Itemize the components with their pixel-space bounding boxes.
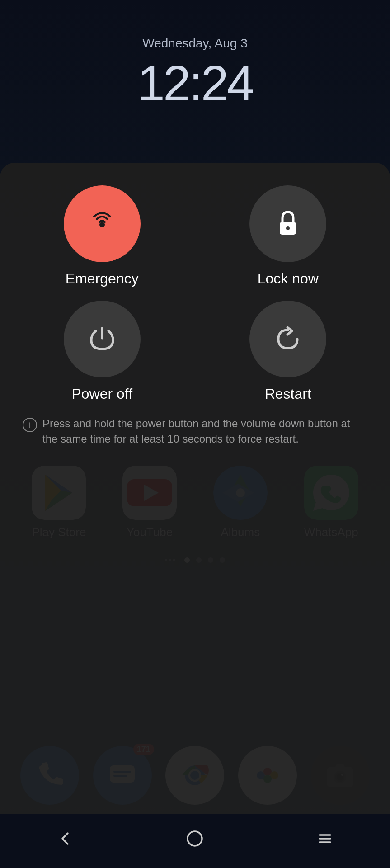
force-restart-hint: Press and hold the power button and the … [42,416,367,446]
svg-point-2 [286,226,290,230]
svg-point-33 [188,831,202,846]
back-button[interactable] [47,821,83,857]
power-off-button[interactable] [64,301,141,377]
restart-button[interactable] [249,301,326,377]
power-off-label: Power off [71,386,132,402]
clock-time: 12:24 [0,54,390,112]
power-icon [89,326,115,353]
restart-label: Restart [265,386,311,402]
force-restart-area: i Press and hold the power button and th… [18,411,372,451]
clock-area: Wednesday, Aug 3 12:24 [0,36,390,112]
power-menu-grid: Emergency Lock now [18,185,372,402]
restart-menu-item: Restart [204,301,372,402]
home-button[interactable] [177,821,213,857]
restart-icon [275,326,301,353]
lock-icon [276,210,300,237]
clock-date: Wednesday, Aug 3 [0,36,390,51]
nav-bar [0,814,390,868]
emergency-label: Emergency [66,270,139,287]
lock-now-menu-item: Lock now [204,185,372,287]
info-icon: i [23,418,37,432]
lock-now-label: Lock now [258,270,319,287]
emergency-menu-item: Emergency [18,185,186,287]
lock-now-button[interactable] [249,185,326,262]
emergency-button[interactable] [64,185,141,262]
power-off-menu-item: Power off [18,301,186,402]
power-menu-overlay: Emergency Lock now [0,163,390,868]
svg-point-0 [99,222,105,227]
recents-button[interactable] [307,821,343,857]
emergency-icon [89,210,116,237]
